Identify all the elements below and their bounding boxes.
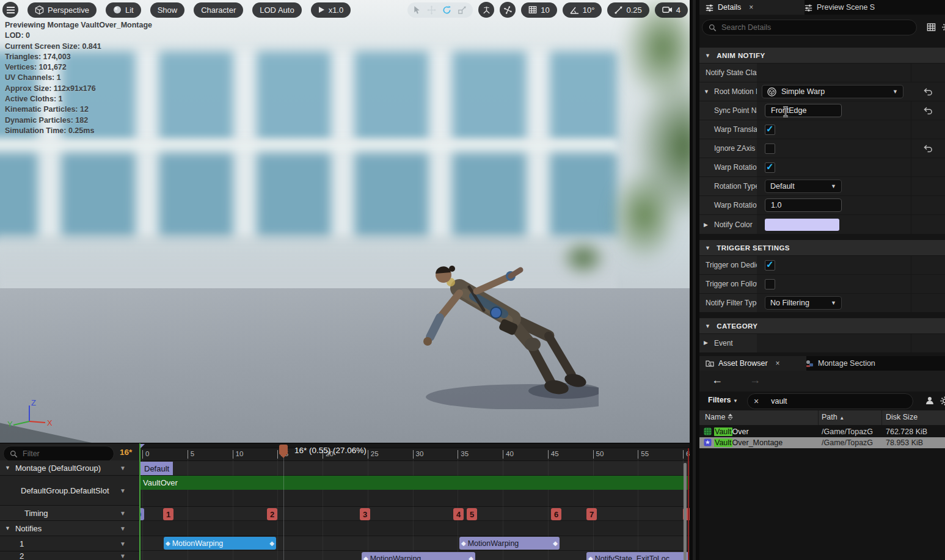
character-dropdown[interactable]: Character <box>194 2 243 18</box>
select-tool-icon[interactable] <box>414 5 421 15</box>
coordinate-space-button[interactable] <box>478 2 494 18</box>
notify-filter-type-dropdown[interactable]: No Filtering▼ <box>765 296 842 310</box>
dropdown-caret-icon[interactable]: ▼ <box>120 487 126 494</box>
section-trigger-settings[interactable]: ▼TRIGGER SETTINGS <box>699 240 945 255</box>
panel-divider[interactable] <box>690 0 699 560</box>
track-montage-group[interactable]: ▼ Montage (DefaultGroup)▼ <box>0 460 139 476</box>
timing-marker-4[interactable]: 4 <box>453 508 464 520</box>
viewport-menu-button[interactable] <box>2 2 18 18</box>
timing-marker-1[interactable]: 1 <box>163 508 173 520</box>
notify-color-swatch[interactable] <box>765 219 839 231</box>
details-view-options-icon[interactable] <box>927 23 936 32</box>
timeline-filter-input[interactable]: Filter <box>3 446 114 462</box>
slot-track-segment[interactable]: VaultOver <box>140 476 688 490</box>
column-header-disk-size[interactable]: Disk Size <box>886 413 918 421</box>
lit-dropdown[interactable]: Lit <box>106 2 141 18</box>
tab-asset-browser-close-icon[interactable]: × <box>776 359 780 368</box>
asset-search-input[interactable]: × vault <box>747 393 913 409</box>
notify-motion-warping-purple-1[interactable]: ◆ MotionWarping ◆ <box>459 537 560 550</box>
track-notify-1[interactable]: 1▼ <box>0 536 139 551</box>
dropdown-caret-icon[interactable]: ▼ <box>120 540 126 547</box>
grid-snap-button[interactable]: 10 <box>521 2 556 18</box>
reset-ignore-z-button[interactable] <box>924 145 933 153</box>
timing-marker-3[interactable]: 3 <box>360 508 370 520</box>
notify-motion-warping-purple-2[interactable]: ◆ MotionWarping ◆ <box>362 552 475 560</box>
diamond-handle-icon[interactable]: ◆ <box>166 540 170 547</box>
track-default-slot[interactable]: DefaultGroup.DefaultSlot▼ <box>0 476 139 506</box>
details-search-input[interactable]: Search Details <box>702 20 917 35</box>
column-header-name[interactable]: Name <box>705 413 733 421</box>
diamond-handle-icon[interactable]: ◆ <box>363 555 368 560</box>
tab-preview-scene[interactable]: Preview Scene S <box>798 0 908 15</box>
section-anim-notify[interactable]: ▼ANIM NOTIFY <box>699 48 945 63</box>
notify-state-class-value[interactable] <box>757 64 911 82</box>
trigger-on-dedicated-checkbox[interactable] <box>765 260 775 271</box>
asset-row-vaultover-montage-selected[interactable]: VaultOver_Montage /Game/TopazG 78.953 Ki… <box>699 437 945 448</box>
diamond-handle-icon[interactable]: ◆ <box>469 555 473 560</box>
timing-marker-5[interactable]: 5 <box>467 508 477 520</box>
warp-translation-checkbox[interactable] <box>765 125 775 135</box>
tab-details-close-icon[interactable]: × <box>749 3 753 12</box>
track-notifies[interactable]: ▼ Notifies▼ <box>0 521 139 536</box>
tab-details[interactable]: Details × <box>699 0 805 15</box>
sync-point-name-field[interactable]: FrontEdge <box>765 104 842 117</box>
tab-montage-section[interactable]: Montage Section <box>799 356 909 371</box>
root-motion-modifier-dropdown[interactable]: Simple Warp ▼ <box>762 85 903 98</box>
chevron-right-icon[interactable]: ▶ <box>704 340 708 346</box>
montage-section-row[interactable] <box>139 461 690 476</box>
forward-arrow-icon[interactable]: → <box>750 374 761 387</box>
timing-marker-6[interactable]: 6 <box>551 508 561 520</box>
viewport-canvas[interactable]: Previewing Montage VaultOver_Montage LOD… <box>0 0 690 443</box>
diamond-handle-icon[interactable]: ◆ <box>269 540 274 547</box>
filters-dropdown[interactable]: Filters ▼ <box>708 396 738 404</box>
diamond-handle-icon[interactable]: ◆ <box>553 540 558 547</box>
section-category[interactable]: ▼CATEGORY <box>699 318 945 333</box>
asset-row-vaultover[interactable]: VaultOver /Game/TopazG 762.728 KiB <box>699 426 945 437</box>
timing-marker-2[interactable]: 2 <box>267 508 277 520</box>
diamond-handle-icon[interactable]: ◆ <box>461 540 466 547</box>
dropdown-caret-icon[interactable]: ▼ <box>120 465 126 471</box>
perspective-dropdown[interactable]: Perspective <box>27 2 97 18</box>
surface-snap-button[interactable] <box>500 2 516 18</box>
move-tool-icon[interactable] <box>427 5 436 15</box>
tab-asset-browser[interactable]: Asset Browser × <box>699 356 806 371</box>
clear-search-icon[interactable]: × <box>754 396 759 406</box>
diamond-handle-icon[interactable]: ◆ <box>588 555 593 560</box>
viewport-toolbar-right: 10 10° 0.25 4 <box>407 2 688 18</box>
details-settings-gear-icon[interactable] <box>942 23 945 32</box>
rotate-tool-icon[interactable] <box>442 5 451 15</box>
scale-snap-button[interactable]: 0.25 <box>607 2 649 18</box>
chevron-down-icon[interactable]: ▼ <box>5 525 10 531</box>
ignore-z-axis-checkbox[interactable] <box>765 144 775 154</box>
camera-speed-button[interactable]: 4 <box>655 2 688 18</box>
warp-rotation-checkbox[interactable] <box>765 162 775 173</box>
chevron-right-icon[interactable]: ▶ <box>704 222 708 228</box>
chevron-down-icon[interactable]: ▼ <box>5 465 10 471</box>
show-dropdown[interactable]: Show <box>150 2 185 18</box>
rotation-type-dropdown[interactable]: Default▼ <box>765 180 842 193</box>
reset-sync-point-button[interactable] <box>924 107 933 115</box>
playback-speed-button[interactable]: x1.0 <box>311 2 351 18</box>
reset-root-motion-button[interactable] <box>924 88 933 96</box>
rotation-snap-button[interactable]: 10° <box>563 2 602 18</box>
track-timing[interactable]: Timing▼ <box>0 506 139 521</box>
timeline-ruler[interactable]: 051015202530354045505560 <box>139 448 690 461</box>
chevron-down-icon[interactable]: ▼ <box>704 89 709 95</box>
trigger-on-follower-checkbox[interactable] <box>765 279 775 289</box>
person-icon[interactable] <box>925 396 934 405</box>
dropdown-caret-icon[interactable]: ▼ <box>120 510 126 517</box>
scale-tool-icon[interactable] <box>458 5 467 15</box>
notify-state-exit-to-loc[interactable]: ◆ NotifyState_ExitToLoc <box>586 552 689 560</box>
warp-rotation-multiplier-field[interactable]: 1.0 <box>765 198 842 212</box>
column-header-path[interactable]: Path ▲ <box>822 413 844 421</box>
track-notify-2[interactable]: 2▼ <box>0 551 139 560</box>
dropdown-caret-icon[interactable]: ▼ <box>120 553 126 559</box>
montage-section-default[interactable]: Default <box>140 462 173 475</box>
timeline-scrollbar[interactable] <box>684 463 687 560</box>
timing-marker-7[interactable]: 7 <box>586 508 597 520</box>
back-arrow-icon[interactable]: ← <box>712 374 723 387</box>
asset-settings-gear-icon[interactable] <box>940 396 945 405</box>
dropdown-caret-icon[interactable]: ▼ <box>120 525 126 532</box>
notify-motion-warping-blue[interactable]: ◆ MotionWarping ◆ <box>164 537 276 550</box>
lod-auto-dropdown[interactable]: LOD Auto <box>252 2 301 18</box>
